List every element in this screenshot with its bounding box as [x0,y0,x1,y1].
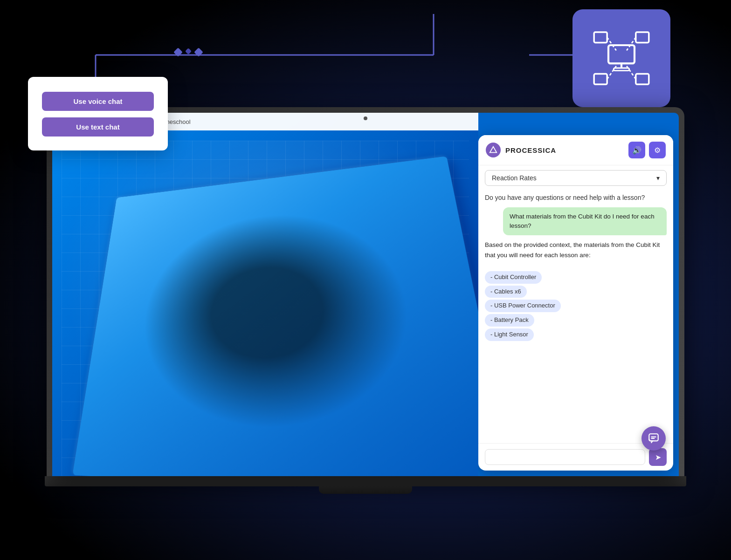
chat-bubble-icon [648,432,660,444]
chat-panel: PROCESSICA 🔊 ⚙ [478,135,673,471]
send-button[interactable]: ➤ [649,448,667,466]
processica-title: PROCESSICA [505,146,556,154]
chat-body: Do you have any questions or need help w… [478,189,673,443]
material-item-4: - Light Sensor [485,328,534,341]
connection-dots [175,49,202,55]
laptop-screen: Resources ▾ Support Blog Homeschool [52,113,679,476]
svg-marker-17 [490,147,497,153]
material-item-2: - USB Power Connector [485,300,561,312]
svg-rect-18 [649,434,658,441]
chevron-down-icon: ▾ [656,174,660,182]
svg-rect-10 [636,32,649,42]
dropdown-label: Reaction Rates [492,174,537,182]
materials-list: - Cubit Controller- Cables x6- USB Power… [485,270,667,342]
sound-button[interactable]: 🔊 [628,142,645,158]
chat-header-left: PROCESSICA [486,143,556,157]
laptop-base [45,476,686,486]
screen-left: Resources ▾ Support Blog Homeschool [52,113,478,476]
text-chat-button[interactable]: Use text chat [42,117,154,137]
conn-dot-3 [194,48,203,57]
laptop-body: Resources ▾ Support Blog Homeschool [47,107,684,476]
material-item-1: - Cables x6 [485,286,527,298]
network-diagram-icon [589,26,654,91]
laptop: Resources ▾ Support Blog Homeschool [47,107,684,541]
laptop-stand [319,486,412,494]
svg-rect-12 [636,74,649,84]
svg-rect-11 [594,74,607,84]
screen-inner: Resources ▾ Support Blog Homeschool [52,113,679,476]
network-icon-card [572,9,670,107]
chat-input-row: ➤ [478,443,673,471]
settings-button[interactable]: ⚙ [649,142,666,158]
screen-right: PROCESSICA 🔊 ⚙ [478,113,679,476]
svg-rect-9 [594,32,607,42]
chat-header-buttons: 🔊 ⚙ [628,142,666,158]
processica-logo [486,143,501,157]
chat-input[interactable] [485,449,645,465]
chat-popup-card: Use voice chat Use text chat [28,77,168,150]
response-intro: Based on the provided context, the mater… [485,241,660,259]
send-icon: ➤ [655,453,661,462]
chat-prompt: Do you have any questions or need help w… [485,193,667,203]
floating-chat-button[interactable] [641,426,666,451]
svg-rect-6 [608,45,634,63]
chat-header: PROCESSICA 🔊 ⚙ [478,135,673,165]
settings-icon: ⚙ [654,146,661,155]
voice-chat-button[interactable]: Use voice chat [42,92,154,111]
kit-3d-model [72,156,478,476]
conn-dot-1 [173,48,183,57]
cubit-kit-image [62,141,469,476]
material-item-3: - Battery Pack [485,314,534,327]
conn-dot-2 [185,48,192,55]
svg-rect-8 [614,68,629,71]
user-message: What materials from the Cubit Kit do I n… [503,207,667,236]
sound-icon: 🔊 [632,146,641,155]
ai-response: Based on the provided context, the mater… [485,240,667,342]
lesson-dropdown[interactable]: Reaction Rates ▾ [485,170,667,186]
material-item-0: - Cubit Controller [485,271,542,284]
